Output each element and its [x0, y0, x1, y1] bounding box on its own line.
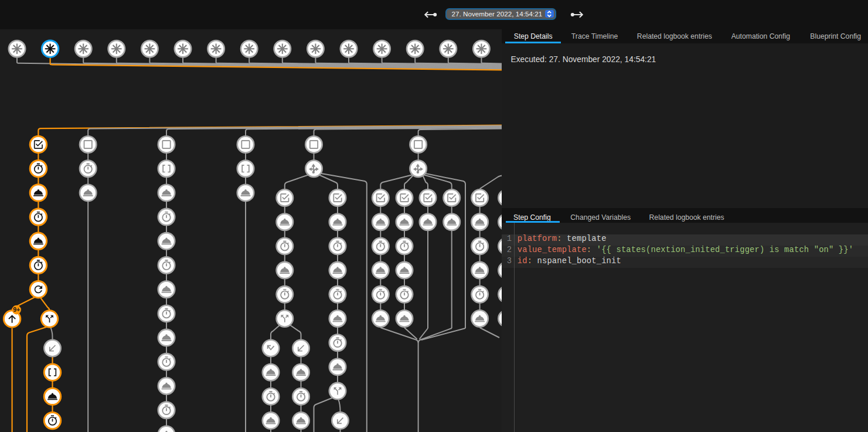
- svg-text:9+: 9+: [13, 306, 20, 313]
